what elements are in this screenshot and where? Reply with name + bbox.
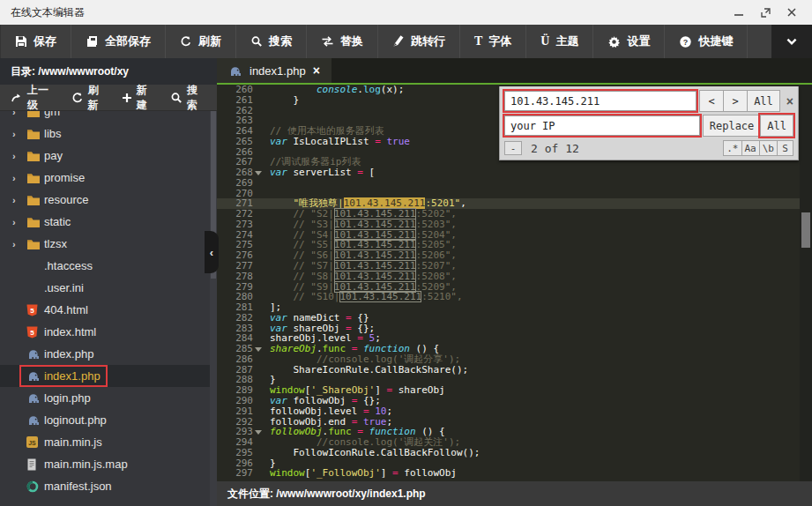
restore-button[interactable]	[752, 3, 778, 22]
tree-item-label: manifest.json	[44, 480, 112, 493]
search-match: 101.43.145.211	[334, 219, 416, 230]
code-line-287: 287 ShareIconRule.CallBackShare();	[217, 365, 800, 376]
toolbar-button-font[interactable]: T字体	[460, 25, 526, 58]
editor-scrollbar[interactable]	[800, 85, 812, 481]
tree-item-404.html[interactable]: 5404.html	[0, 299, 217, 321]
tree-item-index1.php[interactable]: index1.php	[0, 365, 217, 387]
tree-item-tlzsx[interactable]: ›tlzsx	[0, 233, 217, 255]
replace-button[interactable]: Replace	[703, 115, 762, 137]
tree-item-loginout.php[interactable]: loginout.php	[0, 409, 217, 431]
tree-item-label: main.min.js.map	[44, 458, 128, 471]
tree-item-gm[interactable]: ›gm	[0, 111, 217, 123]
tree-item-index.php[interactable]: index.php	[0, 343, 217, 365]
tree-item-label: libs	[44, 127, 62, 140]
minimize-button[interactable]	[726, 3, 752, 22]
toolbar-collapse-button[interactable]	[771, 25, 812, 58]
tree-item-main.min.js[interactable]: JSmain.min.js	[0, 431, 217, 453]
toolbar-button-search[interactable]: 搜索	[236, 25, 307, 58]
tree-toolbar-button-search[interactable]: 搜索	[170, 83, 206, 113]
toolbar-button-save-all[interactable]: 全部保存	[71, 25, 166, 58]
tree-item-index.html[interactable]: 5index.html	[0, 321, 217, 343]
file-tree: ›gm›libs›pay›promise›resource›static›tlz…	[0, 111, 217, 506]
sidebar-scrollbar[interactable]	[210, 111, 217, 506]
code-editor[interactable]: 260 console.log(x);261 }262263264// 使用本地…	[217, 85, 812, 481]
toggle-replace-button[interactable]: -	[504, 141, 522, 155]
toolbar-button-goto-line[interactable]: 跳转行	[378, 25, 460, 58]
tree-item-pay[interactable]: ›pay	[0, 145, 217, 167]
status-bar: 文件位置: /www/wwwroot/xy/index1.php	[217, 481, 812, 506]
svg-text:5: 5	[30, 328, 34, 336]
chevron-right-icon[interactable]: ›	[12, 217, 26, 227]
toolbar-button-replace[interactable]: 替换	[307, 25, 378, 58]
php-icon	[228, 65, 242, 77]
chevron-right-icon[interactable]: ›	[12, 173, 26, 183]
find-all-button[interactable]: All	[747, 90, 780, 112]
toolbar-button-refresh[interactable]: 刷新	[166, 25, 236, 58]
chevron-right-icon[interactable]: ›	[12, 195, 26, 205]
tree-item-.user.ini[interactable]: .user.ini	[0, 277, 217, 299]
tree-toolbar-button-label: 新建	[137, 83, 156, 113]
tree-item-label: gm	[44, 111, 60, 118]
fold-arrow-icon[interactable]	[255, 171, 262, 175]
toolbar-button-theme[interactable]: Ü主题	[526, 25, 593, 58]
toolbar-button-settings[interactable]: 设置	[593, 25, 665, 58]
tree-item-libs[interactable]: ›libs	[0, 123, 217, 145]
tree-item-label: tlzsx	[44, 237, 67, 250]
case-option[interactable]: Aa	[741, 140, 760, 156]
find-next-button[interactable]: >	[723, 90, 748, 112]
tree-toolbar-button-up-level[interactable]: 上一级	[11, 83, 57, 113]
regex-option[interactable]: .*	[723, 140, 741, 156]
toolbar-button-shortcuts[interactable]: ?快捷键	[665, 25, 748, 58]
search-close-icon[interactable]: ×	[786, 94, 793, 108]
tree-item-label: 404.html	[44, 303, 88, 316]
line-number: 273	[217, 220, 264, 230]
tree-item-label: index.html	[44, 325, 96, 339]
tree-toolbar-button-label: 刷新	[88, 83, 108, 113]
chevron-right-icon[interactable]: ›	[12, 129, 26, 139]
fold-arrow-icon[interactable]	[255, 430, 262, 435]
fold-arrow-icon[interactable]	[255, 347, 262, 352]
selection-option[interactable]: S	[777, 140, 793, 156]
tree-toolbar-button-label: 上一级	[27, 83, 57, 113]
tab-index1-php[interactable]: index1.php ×	[217, 58, 332, 83]
tree-item-login.php[interactable]: login.php	[0, 387, 217, 409]
replace-input[interactable]	[504, 115, 700, 136]
line-number: 282	[217, 313, 264, 324]
minimize-icon	[734, 7, 744, 18]
line-number: 260	[217, 85, 264, 95]
tree-item-.htaccess[interactable]: .htaccess	[0, 255, 217, 277]
chevron-right-icon[interactable]: ›	[12, 151, 26, 161]
replace-all-button[interactable]: All	[760, 115, 793, 137]
folder-icon	[26, 194, 41, 206]
replace-icon	[321, 35, 334, 48]
window-title: 在线文本编辑器	[11, 5, 85, 20]
tree-item-static[interactable]: ›static	[0, 211, 217, 233]
tree-toolbar-button-new[interactable]: 新建	[122, 83, 156, 113]
match-counter: 2 of 12	[531, 142, 579, 155]
tree-item-main.min.js.map[interactable]: main.min.js.map	[0, 453, 217, 475]
whole-word-option[interactable]: \b	[759, 140, 778, 156]
toolbar-button-save[interactable]: 保存	[0, 25, 71, 58]
tree-item-promise[interactable]: ›promise	[0, 167, 217, 189]
tab-close-icon[interactable]: ×	[313, 63, 320, 78]
tree-item-label: resource	[44, 193, 89, 206]
search-icon	[170, 92, 183, 104]
toolbar-button-label: 搜索	[269, 33, 292, 49]
chevron-down-icon	[785, 34, 799, 48]
chevron-right-icon[interactable]: ›	[12, 239, 26, 249]
tree-item-resource[interactable]: ›resource	[0, 189, 217, 211]
tree-item-manifest.json[interactable]: manifest.json	[0, 475, 217, 497]
line-number: 297	[217, 468, 264, 479]
code-line-280: 280 // "S10|101.43.145.211:5210",	[217, 292, 800, 302]
tab-label: index1.php	[250, 64, 306, 78]
find-prev-button[interactable]: <	[699, 90, 724, 112]
sidebar-collapse-handle[interactable]: ‹	[205, 231, 219, 273]
toolbar-button-label: 全部保存	[105, 33, 151, 49]
close-window-button[interactable]	[778, 3, 805, 22]
tree-toolbar-button-refresh[interactable]: 刷新	[71, 83, 108, 113]
code-line-268: 268var serverList = [	[217, 167, 800, 178]
file-sidebar: 目录: /www/wwwroot/xy 上一级刷新新建搜索 ›gm›libs›p…	[0, 58, 217, 506]
chevron-right-icon[interactable]: ›	[12, 111, 26, 117]
search-input[interactable]	[504, 91, 697, 111]
editor-scrollbar-thumb[interactable]	[801, 212, 810, 248]
